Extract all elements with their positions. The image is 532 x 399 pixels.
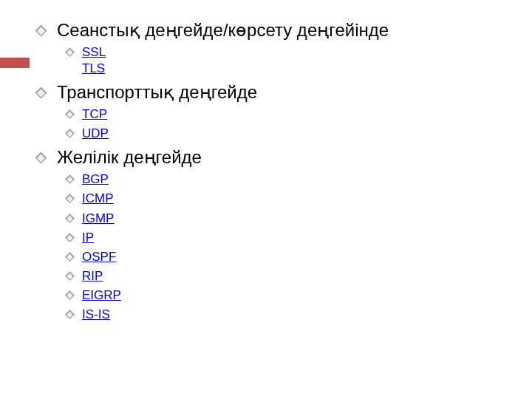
section-heading: Сеанстық деңгейде/көрсету деңгейінде — [57, 19, 389, 41]
protocol-link[interactable]: SSL — [82, 44, 106, 61]
bullet-diamond-icon — [65, 310, 75, 319]
list-item: IP — [66, 230, 510, 246]
protocol-link[interactable]: IS-IS — [82, 307, 110, 323]
list-item: BGP — [66, 171, 510, 188]
protocol-link[interactable]: IGMP — [82, 211, 114, 227]
bullet-diamond-icon — [65, 271, 75, 281]
bullet-diamond-icon — [65, 290, 75, 300]
slide-content: Сеанстық деңгейде/көрсету деңгейінде SSL… — [37, 15, 510, 324]
protocol-link[interactable]: TCP — [82, 106, 107, 123]
list-item: UDP — [66, 126, 510, 142]
list-item: EIGRP — [66, 287, 510, 304]
protocol-link[interactable]: TLS — [82, 61, 105, 77]
section-network: Желілік деңгейде BGP ICMP IGMP IP OSPF R… — [37, 146, 510, 323]
accent-bar — [0, 58, 30, 68]
list-item: TCP — [66, 106, 510, 123]
bullet-diamond-icon — [35, 87, 47, 99]
bullet-diamond-icon — [35, 25, 47, 37]
bullet-diamond-icon — [65, 175, 75, 185]
protocol-link[interactable]: EIGRP — [82, 287, 121, 304]
bullet-diamond-icon — [35, 152, 47, 164]
bullet-diamond-icon — [65, 47, 75, 57]
protocol-link[interactable]: ICMP — [82, 191, 114, 207]
bullet-diamond-icon — [65, 214, 75, 223]
list-item: Транспорттық деңгейде — [37, 81, 510, 103]
list-item: RIP — [66, 268, 510, 284]
bullet-diamond-icon — [65, 129, 75, 138]
bullet-diamond-icon — [65, 194, 75, 204]
list-item: SSL — [66, 44, 510, 61]
protocol-link[interactable]: IP — [82, 230, 94, 246]
section-heading: Желілік деңгейде — [57, 146, 202, 168]
list-item: IGMP — [66, 211, 510, 227]
protocol-link[interactable]: BGP — [82, 171, 109, 188]
section-session: Сеанстық деңгейде/көрсету деңгейінде SSL… — [37, 19, 510, 77]
list-item: Желілік деңгейде — [37, 146, 510, 168]
section-transport: Транспорттық деңгейде TCP UDP — [37, 81, 510, 142]
list-item: TLS — [66, 61, 510, 77]
list-item: ICMP — [66, 191, 510, 207]
protocol-link[interactable]: UDP — [82, 126, 109, 142]
list-item: IS-IS — [66, 307, 510, 323]
bullet-diamond-icon — [65, 252, 75, 262]
list-item: OSPF — [66, 249, 510, 265]
section-heading: Транспорттық деңгейде — [57, 81, 257, 103]
bullet-diamond-icon — [65, 233, 75, 242]
protocol-link[interactable]: RIP — [82, 268, 103, 284]
protocol-link[interactable]: OSPF — [82, 249, 116, 265]
list-item: Сеанстық деңгейде/көрсету деңгейінде — [37, 19, 510, 41]
bullet-diamond-icon — [65, 109, 75, 119]
